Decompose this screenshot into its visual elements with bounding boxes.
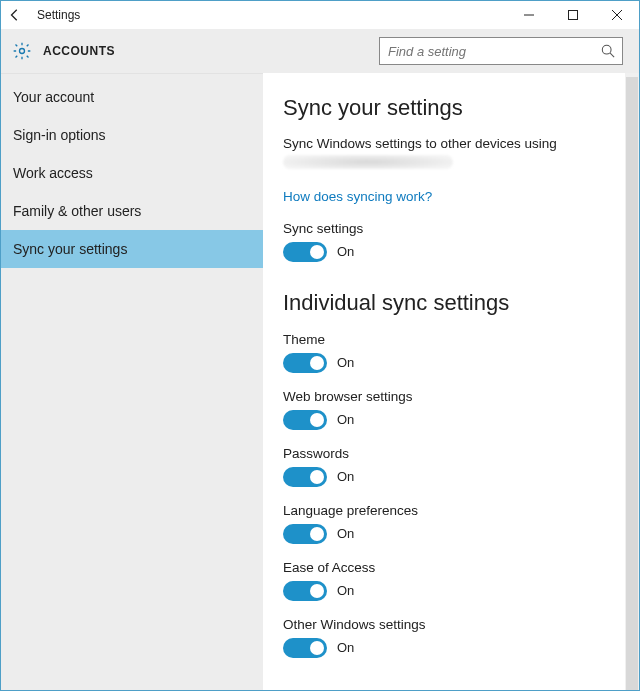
- svg-point-4: [20, 49, 25, 54]
- toggle-sync-settings[interactable]: [283, 242, 327, 262]
- scrollbar-thumb[interactable]: [626, 77, 638, 690]
- setting-label: Theme: [283, 332, 619, 347]
- setting-label: Sync settings: [283, 221, 619, 236]
- section-heading-individual: Individual sync settings: [283, 290, 619, 316]
- setting-label: Passwords: [283, 446, 619, 461]
- close-button[interactable]: [595, 1, 639, 29]
- sidebar-item-sync-your-settings[interactable]: Sync your settings: [1, 230, 263, 268]
- scrollbar[interactable]: [625, 73, 639, 690]
- setting-theme: Theme On: [283, 332, 619, 373]
- sidebar-item-label: Sign-in options: [13, 127, 106, 143]
- setting-label: Language preferences: [283, 503, 619, 518]
- minimize-button[interactable]: [507, 1, 551, 29]
- breadcrumb: ACCOUNTS: [43, 44, 115, 58]
- sidebar-item-your-account[interactable]: Your account: [1, 78, 263, 116]
- setting-other-windows: Other Windows settings On: [283, 617, 619, 658]
- sidebar-item-work-access[interactable]: Work access: [1, 154, 263, 192]
- title-bar: Settings: [1, 1, 639, 29]
- sidebar-item-label: Your account: [13, 89, 94, 105]
- toggle-state: On: [337, 640, 354, 655]
- setting-label: Web browser settings: [283, 389, 619, 404]
- sidebar-item-family-other-users[interactable]: Family & other users: [1, 192, 263, 230]
- svg-point-5: [602, 45, 611, 54]
- svg-line-6: [610, 53, 614, 57]
- maximize-button[interactable]: [551, 1, 595, 29]
- setting-ease-of-access: Ease of Access On: [283, 560, 619, 601]
- search-icon[interactable]: [594, 37, 622, 65]
- sidebar-item-label: Family & other users: [13, 203, 141, 219]
- sidebar-item-label: Sync your settings: [13, 241, 127, 257]
- how-syncing-works-link[interactable]: How does syncing work?: [283, 189, 432, 204]
- setting-passwords: Passwords On: [283, 446, 619, 487]
- toggle-language[interactable]: [283, 524, 327, 544]
- settings-window: Settings ACCOUNTS Your account Sign-in o…: [0, 0, 640, 691]
- toggle-ease-of-access[interactable]: [283, 581, 327, 601]
- setting-web-browser: Web browser settings On: [283, 389, 619, 430]
- toggle-theme[interactable]: [283, 353, 327, 373]
- sidebar-item-sign-in-options[interactable]: Sign-in options: [1, 116, 263, 154]
- sidebar: Your account Sign-in options Work access…: [1, 73, 263, 690]
- window-title: Settings: [29, 8, 80, 22]
- toggle-web-browser[interactable]: [283, 410, 327, 430]
- toggle-passwords[interactable]: [283, 467, 327, 487]
- search-input[interactable]: [380, 44, 594, 59]
- setting-language: Language preferences On: [283, 503, 619, 544]
- gear-icon: [11, 40, 33, 62]
- toggle-state: On: [337, 526, 354, 541]
- account-email-redacted: [283, 155, 453, 169]
- setting-label: Other Windows settings: [283, 617, 619, 632]
- header-bar: ACCOUNTS: [1, 29, 639, 73]
- search-box[interactable]: [379, 37, 623, 65]
- toggle-other-windows[interactable]: [283, 638, 327, 658]
- sync-description: Sync Windows settings to other devices u…: [283, 135, 619, 153]
- svg-rect-1: [569, 11, 578, 20]
- content-area: Sync your settings Sync Windows settings…: [263, 73, 639, 690]
- toggle-state: On: [337, 244, 354, 259]
- sidebar-item-label: Work access: [13, 165, 93, 181]
- toggle-state: On: [337, 412, 354, 427]
- setting-label: Ease of Access: [283, 560, 619, 575]
- toggle-state: On: [337, 355, 354, 370]
- body: Your account Sign-in options Work access…: [1, 73, 639, 690]
- setting-sync-master: Sync settings On: [283, 221, 619, 262]
- toggle-state: On: [337, 469, 354, 484]
- back-button[interactable]: [1, 1, 29, 29]
- section-heading-sync: Sync your settings: [283, 95, 619, 121]
- toggle-state: On: [337, 583, 354, 598]
